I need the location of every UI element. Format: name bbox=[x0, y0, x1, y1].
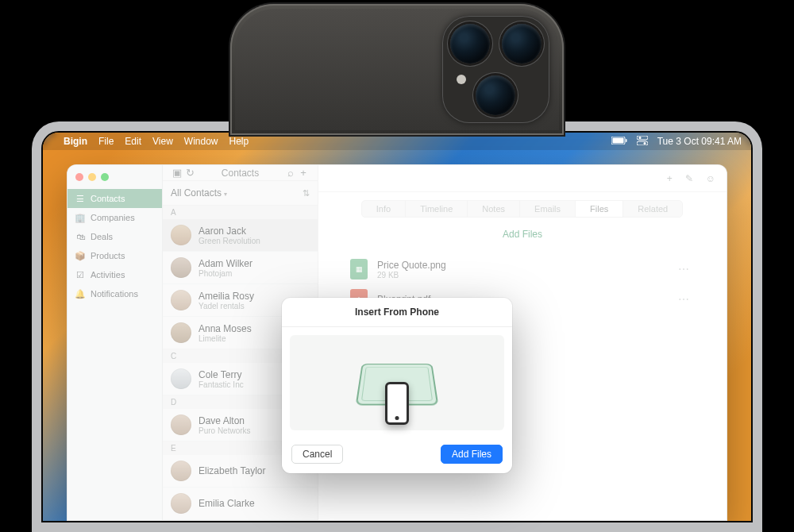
sidebar-item-products[interactable]: 📦 Products bbox=[67, 246, 162, 265]
avatar bbox=[171, 414, 191, 435]
chevron-down-icon: ▾ bbox=[224, 191, 227, 198]
menu-view[interactable]: View bbox=[152, 136, 173, 147]
sidebar: ☰ Contacts 🏢 Companies 🛍 Deals 📦 Product… bbox=[67, 165, 163, 520]
search-icon[interactable]: ⌕ bbox=[284, 167, 297, 179]
contact-name: Cole Terry bbox=[198, 369, 244, 380]
contact-row[interactable]: Aaron JackGreen Revolution bbox=[163, 219, 318, 252]
list-title: Contacts bbox=[196, 168, 284, 179]
modal-footer: Cancel Add Files bbox=[282, 438, 512, 473]
avatar bbox=[171, 493, 191, 514]
contact-company: Limelite bbox=[198, 334, 252, 343]
file-row[interactable]: ▦ Price Quote.png29 KB ⋯ bbox=[318, 254, 727, 284]
avatar bbox=[171, 461, 191, 481]
sort-icon[interactable]: ⇅ bbox=[303, 188, 310, 199]
contact-row[interactable]: Adam WilkerPhotojam bbox=[163, 252, 318, 284]
modal-body bbox=[290, 335, 504, 430]
file-more-icon[interactable]: ⋯ bbox=[678, 263, 695, 276]
modal-title: Insert From Phone bbox=[282, 298, 512, 327]
sidebar-toggle-icon[interactable]: ▣ bbox=[171, 167, 183, 179]
svg-rect-3 bbox=[637, 136, 648, 140]
contact-company: Fantastic Inc bbox=[198, 380, 244, 389]
detail-tabs: Info Timeline Notes Emails Files Related bbox=[318, 200, 727, 218]
sidebar-item-activities[interactable]: ☑ Activities bbox=[67, 265, 162, 284]
tab-timeline[interactable]: Timeline bbox=[405, 200, 468, 218]
tab-files[interactable]: Files bbox=[575, 200, 623, 218]
add-files-button[interactable]: Add Files bbox=[441, 445, 503, 464]
tab-notes[interactable]: Notes bbox=[467, 200, 520, 218]
edit-icon[interactable]: ✎ bbox=[685, 173, 693, 184]
file-more-icon[interactable]: ⋯ bbox=[678, 293, 695, 306]
sidebar-item-notifications[interactable]: 🔔 Notifications bbox=[67, 284, 162, 303]
tab-related[interactable]: Related bbox=[622, 200, 683, 218]
contact-company: Puro Networks bbox=[198, 426, 251, 435]
contact-name: Ameilia Rosy bbox=[198, 291, 254, 302]
cancel-button[interactable]: Cancel bbox=[291, 445, 343, 464]
file-name: Price Quote.png bbox=[377, 260, 446, 271]
menu-window[interactable]: Window bbox=[184, 136, 218, 147]
contact-row[interactable]: Emilia Clarke bbox=[163, 488, 318, 520]
avatar bbox=[171, 257, 191, 278]
flash-icon bbox=[457, 75, 466, 84]
avatar bbox=[171, 368, 191, 389]
avatar bbox=[171, 322, 191, 343]
svg-rect-2 bbox=[626, 139, 627, 142]
battery-icon[interactable] bbox=[611, 136, 627, 147]
sidebar-item-label: Deals bbox=[91, 232, 113, 241]
add-files-link[interactable]: Add Files bbox=[318, 229, 727, 240]
bell-icon: 🔔 bbox=[75, 289, 85, 299]
contact-name: Emilia Clarke bbox=[198, 498, 255, 509]
more-icon[interactable]: ☺ bbox=[706, 173, 715, 184]
svg-point-5 bbox=[638, 137, 641, 139]
svg-rect-4 bbox=[637, 141, 648, 145]
tab-emails[interactable]: Emails bbox=[519, 200, 576, 218]
sidebar-item-contacts[interactable]: ☰ Contacts bbox=[67, 189, 162, 208]
fullscreen-window-button[interactable] bbox=[101, 173, 109, 181]
bag-icon: 🛍 bbox=[75, 232, 85, 241]
camera-module bbox=[442, 16, 549, 123]
building-icon: 🏢 bbox=[75, 213, 85, 222]
sidebar-item-label: Contacts bbox=[91, 194, 125, 203]
tab-info[interactable]: Info bbox=[361, 200, 406, 218]
contact-name: Elizabeth Taylor bbox=[198, 465, 266, 476]
menu-file[interactable]: File bbox=[98, 136, 114, 147]
sidebar-item-label: Notifications bbox=[91, 289, 138, 299]
contact-name: Anna Moses bbox=[198, 323, 252, 334]
sidebar-item-deals[interactable]: 🛍 Deals bbox=[67, 227, 162, 246]
avatar bbox=[171, 290, 191, 310]
window-controls bbox=[67, 165, 162, 189]
contact-name: Aaron Jack bbox=[198, 226, 260, 237]
app-name[interactable]: Bigin bbox=[64, 136, 87, 147]
person-icon: ☰ bbox=[75, 194, 85, 203]
minimize-window-button[interactable] bbox=[88, 173, 96, 181]
menu-help[interactable]: Help bbox=[229, 136, 249, 147]
iphone-device bbox=[230, 4, 564, 135]
detail-toolbar: + ✎ ☺ bbox=[318, 165, 727, 192]
sidebar-item-companies[interactable]: 🏢 Companies bbox=[67, 208, 162, 227]
list-filter[interactable]: All Contacts▾ ⇅ bbox=[163, 181, 318, 206]
add-icon[interactable]: + bbox=[667, 173, 673, 184]
add-contact-icon[interactable]: + bbox=[297, 167, 310, 179]
system-menubar: Bigin File Edit View Window Help Tue 3 O… bbox=[43, 133, 751, 150]
section-header: A bbox=[163, 206, 318, 219]
check-icon: ☑ bbox=[75, 270, 85, 279]
contact-company: Yadel rentals bbox=[198, 302, 254, 310]
insert-from-phone-modal: Insert From Phone Cancel Add Files bbox=[282, 298, 512, 473]
lens-icon bbox=[476, 75, 515, 115]
refresh-icon[interactable]: ↻ bbox=[183, 167, 196, 179]
close-window-button[interactable] bbox=[75, 173, 83, 181]
svg-point-6 bbox=[643, 142, 646, 145]
control-center-icon[interactable] bbox=[637, 136, 648, 148]
file-size: 29 KB bbox=[377, 271, 446, 279]
menu-edit[interactable]: Edit bbox=[125, 136, 141, 147]
contact-company: Green Revolution bbox=[198, 237, 260, 245]
menubar-datetime[interactable]: Tue 3 Oct 09:41 AM bbox=[657, 136, 742, 147]
continuity-camera-illustration bbox=[359, 355, 435, 411]
sidebar-item-label: Activities bbox=[91, 270, 125, 279]
svg-rect-1 bbox=[612, 138, 623, 144]
avatar bbox=[171, 225, 191, 245]
lens-icon bbox=[502, 24, 542, 64]
list-toolbar: ▣ ↻ Contacts ⌕ + bbox=[163, 165, 318, 181]
contact-name: Dave Alton bbox=[198, 415, 251, 426]
contact-name: Adam Wilker bbox=[198, 258, 252, 269]
filter-label: All Contacts bbox=[171, 187, 222, 199]
